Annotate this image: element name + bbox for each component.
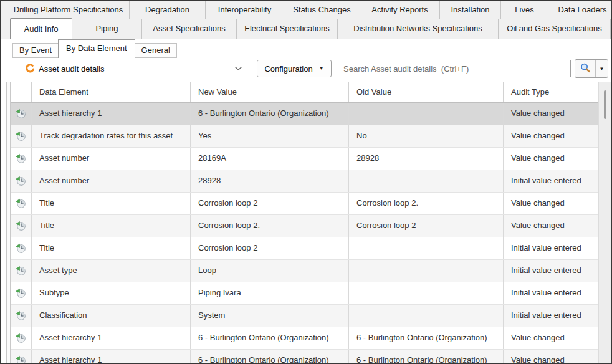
tab-distribution-networks-specifications[interactable]: Distribution Networks Specifications [338, 19, 499, 39]
cell-old-value [349, 305, 504, 327]
cell-old-value [349, 170, 504, 192]
tab-activity-reports[interactable]: Activity Reports [360, 1, 440, 19]
cell-old-value [349, 103, 504, 125]
table-row[interactable]: Asset hierarchy 16 - Burlington Ontario … [11, 103, 598, 125]
cell-old-value [349, 260, 504, 282]
cell-audit-type: Initial value entered [504, 170, 598, 192]
cell-new-value: 6 - Burlington Ontario (Organization) [191, 103, 349, 125]
column-header-old-value[interactable]: Old Value [349, 82, 504, 102]
cell-data-element: Asset number [32, 148, 191, 170]
magnifier-icon [580, 62, 591, 75]
column-header-icon [11, 82, 32, 102]
cell-old-value [349, 282, 504, 304]
cell-audit-type: Initial value entered [504, 237, 598, 259]
tab-audit-info[interactable]: Audit Info [10, 18, 72, 39]
chevron-down-icon [234, 66, 242, 71]
cell-new-value: 6 - Burlington Ontario (Organization) [191, 350, 349, 363]
table-row[interactable]: Asset number28169A28928Value changed [11, 148, 598, 170]
table-row[interactable]: ClassificationSystemInitial value entere… [11, 305, 598, 327]
tab-lives[interactable]: Lives [501, 1, 548, 19]
audit-history-clock-icon [11, 170, 32, 192]
cell-old-value: 6 - Burlington Ontario (Organization) [349, 327, 504, 349]
cell-old-value: Corrosion loop 2 [349, 215, 504, 237]
subtab-by-event[interactable]: By Event [12, 43, 59, 58]
table-row[interactable]: TitleCorrosion loop 2.Corrosion loop 2Va… [11, 215, 598, 237]
search-button-group: ▼ [575, 59, 608, 78]
table-row[interactable]: Asset typeLoopInitial value entered [11, 260, 598, 282]
audit-view-combobox[interactable]: Asset audit details [19, 60, 249, 77]
tab-piping[interactable]: Piping [72, 19, 142, 39]
cell-audit-type: Initial value entered [504, 305, 598, 327]
vertical-scrollbar[interactable] [598, 82, 611, 363]
cell-old-value [349, 237, 504, 259]
audit-history-clock-icon [11, 193, 32, 214]
cell-audit-type: Initial value entered [504, 260, 598, 282]
tab-installation[interactable]: Installation [440, 1, 501, 19]
cell-data-element: Asset hierarchy 1 [32, 350, 191, 363]
audit-history-clock-icon [11, 350, 32, 363]
tab-drilling-platform-specifications[interactable]: Drilling Platform Specifications [7, 1, 130, 19]
cell-new-value: Corrosion loop 2. [191, 215, 349, 237]
cell-new-value: Corrosion loop 2 [191, 237, 349, 259]
cell-old-value: Corrosion loop 2. [349, 193, 504, 214]
audit-history-clock-icon [11, 282, 32, 304]
cell-audit-type: Value changed [504, 193, 598, 214]
search-options-button[interactable]: ▼ [596, 60, 608, 77]
audit-history-clock-icon [11, 125, 32, 147]
table-row[interactable]: TitleCorrosion loop 2Initial value enter… [11, 237, 598, 260]
audit-history-clock-icon [11, 305, 32, 327]
tab-status-changes[interactable]: Status Changes [284, 1, 360, 19]
table-left-gutter [6, 82, 11, 363]
dropdown-arrow-icon: ▼ [319, 66, 324, 71]
subtab-general[interactable]: General [135, 43, 177, 58]
tab-data-loaders[interactable]: Data Loaders [548, 1, 611, 19]
scrollbar-thumb[interactable] [604, 90, 606, 119]
tab-interoperability[interactable]: Interoperability [206, 1, 284, 19]
cell-audit-type: Value changed [504, 125, 598, 147]
search-button[interactable] [575, 60, 596, 77]
configuration-button[interactable]: Configuration ▼ [257, 60, 332, 77]
column-header-audit-type[interactable]: Audit Type [504, 82, 598, 102]
cell-new-value: 28169A [191, 148, 349, 170]
audit-history-clock-icon [11, 103, 32, 125]
cell-data-element: Track degradation rates for this asset [32, 125, 191, 147]
table-row[interactable]: Track degradation rates for this assetYe… [11, 125, 598, 148]
grid-header-row: Data ElementNew ValueOld ValueAudit Type [11, 82, 598, 103]
cell-audit-type: Initial value entered [504, 282, 598, 304]
tab-oil-and-gas-specifications[interactable]: Oil and Gas Specifications [499, 19, 611, 39]
grid-body: Asset hierarchy 16 - Burlington Ontario … [11, 103, 598, 363]
audit-table: Data ElementNew ValueOld ValueAudit Type… [6, 82, 611, 363]
subtab-by-data-element[interactable]: By Data Element [58, 39, 135, 58]
cell-data-element: Title [32, 237, 191, 259]
cell-audit-type: Value changed [504, 103, 598, 125]
table-row[interactable]: Asset number28928Initial value entered [11, 170, 598, 193]
column-header-new-value[interactable]: New Value [191, 82, 349, 102]
table-row[interactable]: SubtypePiping IvaraInitial value entered [11, 282, 598, 305]
column-header-data-element[interactable]: Data Element [32, 82, 191, 102]
audit-history-clock-icon [11, 327, 32, 349]
cell-old-value: 28928 [349, 148, 504, 170]
audit-history-clock-icon [11, 148, 32, 170]
audit-history-clock-icon [11, 260, 32, 282]
table-row[interactable]: Asset hierarchy 16 - Burlington Ontario … [11, 327, 598, 350]
cell-audit-type: Value changed [504, 148, 598, 170]
cell-data-element: Asset hierarchy 1 [32, 103, 191, 125]
cell-new-value: System [191, 305, 349, 327]
cell-data-element: Asset number [32, 170, 191, 192]
toolbar: Asset audit details Configuration ▼ ▼ [1, 58, 611, 79]
cell-audit-type: Value changed [504, 215, 598, 237]
cell-data-element: Asset type [32, 260, 191, 282]
tab-asset-specifications[interactable]: Asset Specifications [142, 19, 237, 39]
tab-electrical-specifications[interactable]: Electrical Specifications [237, 19, 338, 39]
table-row[interactable]: Asset hierarchy 16 - Burlington Ontario … [11, 350, 598, 363]
search-input[interactable] [338, 60, 571, 77]
tab-bar-main: Audit InfoPipingAsset SpecificationsElec… [1, 19, 611, 39]
dropdown-arrow-icon: ▼ [600, 66, 605, 72]
cell-new-value: Yes [191, 125, 349, 147]
tab-degradation[interactable]: Degradation [130, 1, 206, 19]
cell-data-element: Classification [32, 305, 191, 327]
cell-new-value: Loop [191, 260, 349, 282]
cell-new-value: Corrosion loop 2 [191, 193, 349, 214]
table-row[interactable]: TitleCorrosion loop 2Corrosion loop 2.Va… [11, 193, 598, 215]
cell-audit-type: Value changed [504, 327, 598, 349]
